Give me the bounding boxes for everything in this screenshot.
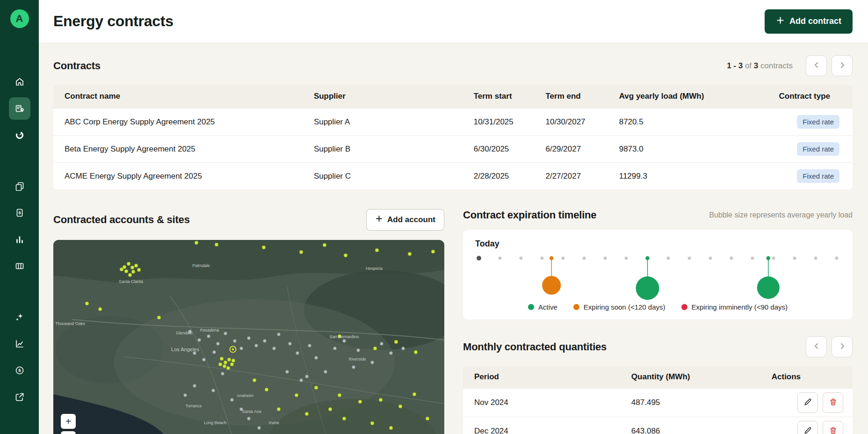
- page-title: Energy contracts: [53, 13, 174, 30]
- line-chart-icon: [15, 339, 24, 348]
- quantities-heading: Monthly contracted quantities: [463, 341, 607, 353]
- add-contract-button[interactable]: Add contract: [765, 9, 853, 34]
- timeline-heading: Contract expiration timeline: [463, 209, 596, 221]
- svg-text:Anaheim: Anaheim: [237, 393, 253, 398]
- load-cell: 8720.5: [615, 108, 774, 136]
- zoom-in-button[interactable]: +: [61, 414, 76, 429]
- supplier-cell: Supplier C: [309, 163, 469, 190]
- contract-name-cell: Beta Energy Supply Agreement 2025: [53, 136, 309, 163]
- col-period: Period: [463, 366, 627, 389]
- main-area: Energy contracts Add contract Contracts …: [39, 0, 868, 434]
- svg-text:Santa Ana: Santa Ana: [242, 409, 261, 414]
- sparkles-icon: [15, 312, 24, 322]
- add-account-button[interactable]: Add account: [366, 209, 444, 231]
- accounts-section: Contracted accounts & sites Add account: [53, 209, 444, 434]
- supplier-cell: Supplier B: [309, 136, 469, 163]
- col-avg-load: Avg yearly load (MWh): [615, 85, 774, 108]
- sidebar-item-documents[interactable]: [9, 175, 30, 197]
- legend-item: Active: [528, 303, 557, 311]
- chevron-left-icon: [812, 60, 821, 71]
- chevron-right-icon: [838, 341, 847, 352]
- legend-label: Expiring imminently (<90 days): [692, 303, 788, 311]
- svg-text:$: $: [18, 210, 21, 215]
- contract-row[interactable]: ABC Corp Energy Supply Agreement 2025 Su…: [53, 108, 853, 136]
- svg-text:Glendale: Glendale: [176, 331, 193, 335]
- pagination-range: 1 - 3: [727, 61, 743, 70]
- sidebar-item-home[interactable]: [9, 71, 30, 93]
- contract-type-badge: Fixed rate: [797, 169, 839, 183]
- quantities-next-button[interactable]: [832, 336, 853, 357]
- svg-text:Hesperia: Hesperia: [366, 266, 383, 271]
- chevron-right-icon: [838, 60, 847, 71]
- contract-row[interactable]: Beta Energy Supply Agreement 2025 Suppli…: [53, 136, 853, 163]
- contracts-pager: 1 - 3 of 3 contracts: [727, 55, 853, 76]
- sidebar-item-bar-chart[interactable]: [9, 228, 30, 251]
- dollar-circle-icon: $: [15, 366, 24, 375]
- term-start-cell: 2/28/2025: [469, 163, 541, 190]
- edit-button[interactable]: [797, 421, 818, 434]
- sidebar-item-external[interactable]: [9, 386, 30, 408]
- app-logo[interactable]: A: [10, 9, 29, 28]
- load-cell: 9873.0: [615, 136, 774, 163]
- delete-button[interactable]: [823, 392, 843, 413]
- sidebar-item-contracts[interactable]: [9, 97, 30, 120]
- invoice-dollar-icon: $: [15, 208, 24, 217]
- svg-text:Irvine: Irvine: [269, 420, 279, 425]
- svg-text:Long Beach: Long Beach: [204, 420, 226, 425]
- sidebar-item-usage[interactable]: [9, 124, 30, 146]
- svg-text:$: $: [18, 368, 21, 373]
- pagination-total: 3: [754, 61, 758, 70]
- legend-item: Expiring soon (<120 days): [573, 303, 665, 311]
- col-actions: Actions: [767, 366, 853, 389]
- contract-name-cell: ACME Energy Supply Agreement 2025: [53, 163, 309, 190]
- quantity-row[interactable]: Dec 2024 643.086: [463, 417, 853, 434]
- sidebar-item-table[interactable]: [9, 255, 30, 277]
- quantity-row[interactable]: Nov 2024 487.495: [463, 389, 853, 417]
- home-icon: [15, 77, 24, 87]
- contracts-heading: Contracts: [53, 60, 101, 72]
- legend-label: Active: [538, 303, 557, 311]
- right-column: Contract expiration timeline Bubble size…: [463, 209, 853, 434]
- sidebar-item-trends[interactable]: [9, 333, 30, 355]
- pie-chart-icon: [15, 130, 24, 140]
- svg-text:Los Angeles: Los Angeles: [171, 347, 199, 352]
- edit-button[interactable]: [797, 392, 818, 413]
- legend-dot: [573, 304, 579, 310]
- bar-chart-icon: [15, 235, 24, 244]
- next-page-button[interactable]: [832, 55, 853, 76]
- legend-label: Expiring soon (<120 days): [584, 303, 665, 311]
- sidebar-item-invoices[interactable]: $: [9, 202, 30, 224]
- term-end-cell: 6/29/2027: [541, 136, 614, 163]
- contracts-table: Contract name Supplier Term start Term e…: [53, 85, 853, 189]
- pagination-of: of: [745, 61, 752, 70]
- content: Contracts 1 - 3 of 3 contracts: [39, 43, 868, 434]
- col-term-start: Term start: [469, 85, 541, 108]
- supplier-cell: Supplier A: [309, 108, 469, 136]
- contract-row[interactable]: ACME Energy Supply Agreement 2025 Suppli…: [53, 163, 853, 190]
- trash-icon: [829, 398, 838, 408]
- sidebar-item-ai[interactable]: [9, 306, 30, 328]
- quantity-cell: 487.495: [627, 389, 767, 417]
- prev-page-button[interactable]: [806, 55, 827, 76]
- svg-text:Riverside: Riverside: [348, 357, 366, 362]
- copy-pages-icon: [15, 181, 24, 191]
- quantities-table: Period Quantity (MWh) Actions Nov 2024 4…: [463, 366, 853, 434]
- term-end-cell: 2/27/2027: [541, 163, 614, 190]
- svg-text:Torrance: Torrance: [185, 404, 202, 408]
- sidebar: A: [0, 0, 39, 434]
- zoom-out-button[interactable]: −: [61, 431, 76, 434]
- topbar: Energy contracts Add contract: [39, 0, 868, 43]
- timeline-svg: [475, 251, 840, 302]
- contracts-pagination-text: 1 - 3 of 3 contracts: [727, 61, 793, 71]
- quantities-prev-button[interactable]: [806, 336, 827, 357]
- period-cell: Nov 2024: [463, 389, 627, 417]
- accounts-map[interactable]: Thousand OaksSanta ClaritaPalmdaleHesper…: [53, 240, 444, 434]
- contracts-section: Contracts 1 - 3 of 3 contracts: [53, 55, 853, 189]
- contract-name-cell: ABC Corp Energy Supply Agreement 2025: [53, 108, 309, 136]
- quantities-section: Monthly contracted quantities: [463, 336, 853, 434]
- contract-type-badge: Fixed rate: [797, 115, 839, 129]
- delete-button[interactable]: [823, 421, 843, 434]
- period-cell: Dec 2024: [463, 417, 627, 434]
- sidebar-item-billing[interactable]: $: [9, 359, 30, 382]
- map-canvas[interactable]: Thousand OaksSanta ClaritaPalmdaleHesper…: [53, 240, 444, 434]
